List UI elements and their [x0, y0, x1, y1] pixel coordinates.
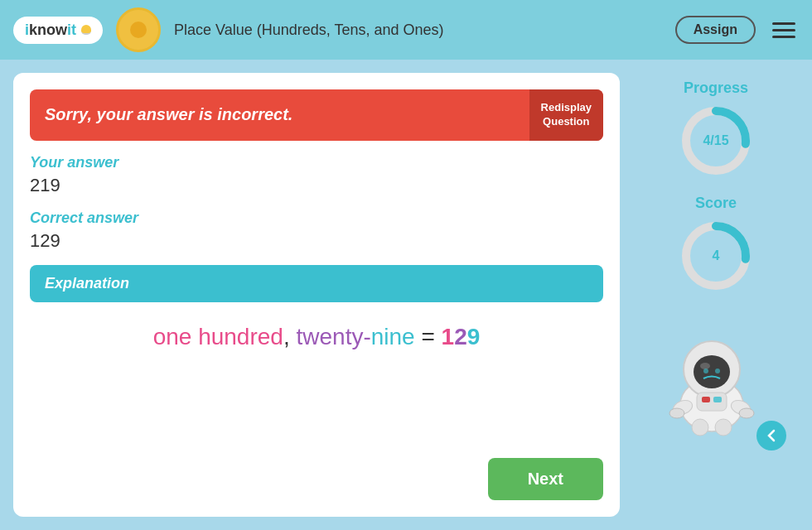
score-value: 4	[713, 248, 720, 263]
progress-value: 4/15	[703, 133, 728, 148]
logo-text: iknowit	[25, 22, 76, 39]
svg-point-13	[669, 408, 684, 418]
bulb-icon	[81, 25, 91, 35]
correct-answer-value: 129	[30, 230, 603, 252]
redisplay-button[interactable]: RedisplayQuestion	[529, 89, 603, 141]
svg-rect-8	[697, 393, 727, 411]
score-label: Score	[695, 195, 737, 212]
progress-section: Progress 4/15	[679, 80, 753, 178]
explanation-hyphen: -	[363, 324, 370, 349]
progress-label: Progress	[684, 80, 748, 97]
header: iknowit Place Value (Hundreds, Tens, and…	[0, 0, 812, 60]
svg-point-16	[715, 419, 732, 436]
left-panel: Sorry, your answer is incorrect. Redispl…	[13, 73, 620, 517]
svg-point-18	[715, 369, 720, 373]
explanation-header: Explanation	[30, 265, 603, 302]
svg-point-6	[694, 355, 730, 388]
your-answer-value: 219	[30, 175, 603, 196]
your-answer-label: Your answer	[30, 154, 603, 171]
header-title: Place Value (Hundreds, Tens, and Ones)	[174, 22, 662, 39]
astronaut-character	[645, 310, 786, 450]
your-answer-section: Your answer 219	[30, 154, 603, 196]
explanation-equals: =	[421, 324, 434, 349]
progress-donut: 4/15	[679, 104, 753, 178]
explanation-digit-1: 1	[442, 324, 455, 349]
explanation-digit-9: 9	[467, 324, 481, 349]
assign-button[interactable]: Assign	[675, 16, 756, 44]
svg-point-7	[700, 363, 710, 369]
hamburger-icon	[772, 22, 795, 25]
explanation-word-one-hundred: one hundred	[153, 324, 283, 349]
menu-button[interactable]	[769, 19, 799, 41]
svg-point-17	[703, 369, 708, 373]
score-section: Score 4	[679, 195, 753, 293]
next-button[interactable]: Next	[488, 458, 603, 500]
incorrect-message: Sorry, your answer is incorrect.	[30, 94, 529, 136]
explanation-digit-2: 2	[454, 324, 467, 349]
incorrect-banner: Sorry, your answer is incorrect. Redispl…	[30, 89, 603, 141]
hamburger-icon	[772, 36, 795, 38]
main-content: Sorry, your answer is incorrect. Redispl…	[0, 60, 812, 530]
correct-answer-section: Correct answer 129	[30, 210, 603, 252]
svg-rect-9	[702, 397, 710, 402]
coin-icon	[116, 7, 161, 52]
score-donut: 4	[679, 219, 753, 293]
logo: iknowit	[13, 17, 103, 44]
explanation-content: one hundred, twenty-nine = 129	[30, 316, 603, 359]
explanation-word-twenty: twenty	[296, 324, 363, 349]
svg-point-14	[739, 408, 754, 418]
hamburger-icon	[772, 29, 795, 31]
right-panel: Progress 4/15 Score 4	[633, 73, 799, 517]
next-button-wrap: Next	[30, 458, 603, 500]
correct-answer-label: Correct answer	[30, 210, 603, 227]
back-arrow-button[interactable]	[756, 421, 786, 450]
svg-rect-10	[713, 397, 722, 402]
explanation-comma: ,	[283, 324, 297, 349]
explanation-word-nine: nine	[371, 324, 415, 349]
svg-point-15	[692, 419, 708, 436]
